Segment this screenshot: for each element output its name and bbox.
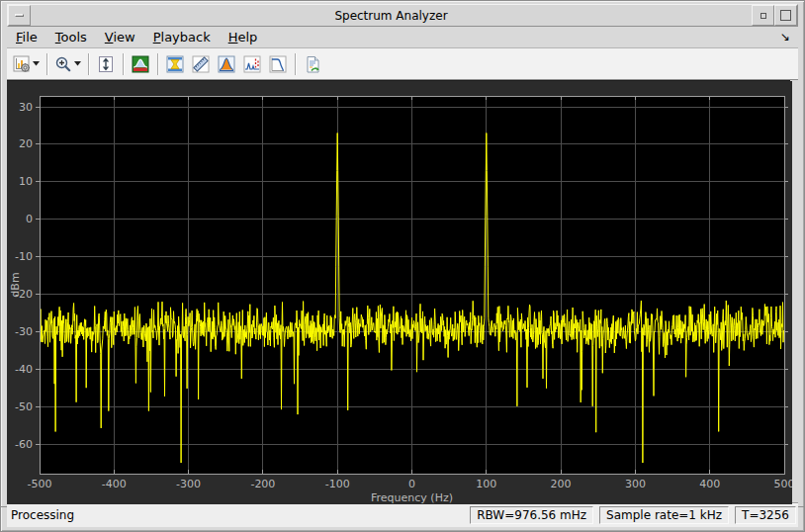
distortion-measurements-button[interactable]: [239, 51, 265, 77]
svg-text:Frequency (Hz): Frequency (Hz): [371, 491, 453, 504]
svg-text:30: 30: [19, 101, 33, 114]
window-title: Spectrum Analyzer: [31, 5, 752, 26]
svg-text:200: 200: [551, 478, 572, 490]
menu-view[interactable]: View: [96, 28, 144, 46]
window-menu-button[interactable]: [8, 5, 31, 26]
menu-bar: File Tools View Playback Help ↘: [7, 27, 798, 48]
toolbar-separator: [88, 53, 89, 75]
svg-text:-40: -40: [15, 363, 33, 376]
channel-measurements-button[interactable]: [162, 51, 188, 77]
ccdf-measurements-icon: [269, 55, 287, 73]
scope-properties-icon: [13, 55, 31, 73]
toolbar: [7, 48, 798, 80]
spectrum-view-icon: [132, 55, 149, 73]
dropdown-caret-icon: [74, 61, 81, 66]
status-message: Processing: [11, 508, 464, 522]
maximize-icon: [780, 10, 791, 21]
autoscale-axes-button[interactable]: [93, 51, 119, 77]
frame-notch: [1, 506, 7, 507]
maximize-button[interactable]: [774, 5, 797, 26]
spectrum-plot[interactable]: 3020100-10-20-30-40-50-60-500-400-300-20…: [7, 81, 792, 504]
svg-text:0: 0: [26, 213, 33, 225]
window-menu-icon: [15, 14, 24, 17]
svg-text:dBm: dBm: [9, 272, 22, 297]
svg-text:-50: -50: [15, 400, 33, 413]
svg-text:-500: -500: [28, 478, 52, 490]
frame-notch: [798, 506, 804, 507]
svg-text:400: 400: [699, 478, 720, 490]
svg-text:-300: -300: [176, 478, 201, 490]
ccdf-measurements-button[interactable]: [265, 51, 291, 77]
scope-properties-button[interactable]: [10, 51, 43, 77]
zoom-in-icon: [54, 55, 72, 73]
spectrum-plot-area[interactable]: 3020100-10-20-30-40-50-60-500-400-300-20…: [7, 80, 790, 502]
svg-text:300: 300: [625, 478, 646, 490]
toolbar-separator: [123, 53, 124, 75]
minimize-icon: [760, 13, 766, 19]
svg-text:500: 500: [774, 478, 793, 490]
export-script-button[interactable]: [300, 51, 325, 77]
svg-text:-400: -400: [102, 478, 127, 490]
export-script-icon: [304, 55, 321, 73]
menu-tools[interactable]: Tools: [46, 28, 96, 46]
svg-text:20: 20: [19, 137, 33, 150]
cursor-measurements-ruler-icon: [192, 55, 210, 73]
autoscale-y-icon: [97, 55, 115, 73]
distortion-measurements-icon: [243, 55, 261, 73]
toolbar-separator: [46, 53, 47, 75]
title-bar: Spectrum Analyzer: [7, 4, 798, 27]
minimize-button[interactable]: [752, 5, 774, 26]
svg-text:-10: -10: [15, 250, 33, 263]
svg-text:-60: -60: [15, 438, 33, 451]
peak-finder-icon: [218, 55, 235, 73]
spectrum-analyzer-window: Spectrum Analyzer File Tools View Playba…: [0, 0, 805, 532]
peak-finder-button[interactable]: [214, 51, 239, 77]
menu-playback[interactable]: Playback: [144, 28, 220, 46]
menu-help[interactable]: Help: [220, 28, 267, 46]
cursor-measurements-button[interactable]: [188, 51, 214, 77]
status-bar: Processing RBW=976.56 mHz Sample rate=1 …: [7, 502, 798, 527]
svg-text:10: 10: [19, 175, 33, 188]
toolbar-separator: [295, 53, 296, 75]
svg-text:-200: -200: [250, 478, 275, 490]
status-rbw: RBW=976.56 mHz: [470, 506, 593, 524]
menu-file[interactable]: File: [7, 28, 46, 46]
svg-text:-30: -30: [15, 325, 33, 338]
status-sample-rate: Sample rate=1 kHz: [599, 506, 729, 524]
spectrum-view-button[interactable]: [128, 51, 153, 77]
svg-text:-100: -100: [325, 478, 350, 490]
channel-measurements-icon: [166, 55, 184, 73]
svg-text:100: 100: [476, 478, 496, 490]
dropdown-caret-icon: [33, 61, 40, 66]
svg-text:0: 0: [408, 478, 415, 490]
menu-overflow-arrow-icon[interactable]: ↘: [780, 30, 790, 44]
status-time: T=3256: [735, 506, 796, 524]
zoom-button[interactable]: [51, 51, 84, 77]
toolbar-separator: [157, 53, 158, 75]
